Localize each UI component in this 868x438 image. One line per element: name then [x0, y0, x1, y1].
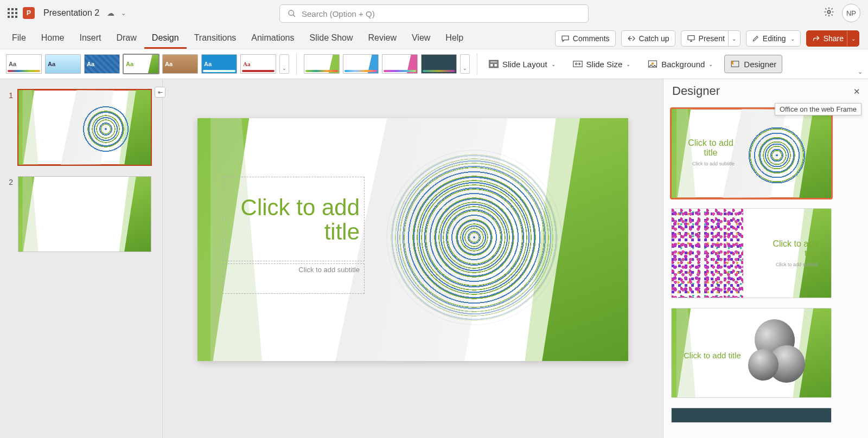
tab-animations[interactable]: Animations	[244, 33, 302, 49]
slide-size-button[interactable]: Slide Size ⌄	[567, 55, 637, 73]
design1-subtitle: Click to add subtitle	[692, 161, 735, 166]
title-dropdown-icon[interactable]: ⌄	[121, 10, 126, 17]
main-slide[interactable]: Click to add title Click to add subtitle	[197, 118, 628, 361]
theme-thumb-2[interactable]: Aa	[45, 54, 81, 74]
svg-point-2	[827, 10, 830, 13]
slide-layout-label: Slide Layout	[502, 60, 547, 69]
decorative-dot-sphere	[382, 145, 566, 330]
theme-thumb-5[interactable]: Aa	[162, 54, 198, 74]
svg-rect-3	[688, 36, 694, 40]
chevron-down-icon: ⌄	[790, 36, 795, 42]
user-avatar[interactable]: NP	[842, 4, 860, 22]
svg-line-1	[293, 15, 295, 17]
theme-thumb-3[interactable]: Aa	[84, 54, 120, 74]
chevron-down-icon: ⌄	[551, 61, 556, 67]
editing-label: Editing	[763, 34, 786, 43]
design-suggestion-2[interactable]: Click to add title Click to add subtitle	[671, 208, 832, 298]
designer-close-button[interactable]: ✕	[851, 85, 863, 99]
design-suggestion-1[interactable]: Click to add title Click to add subtitle	[671, 108, 832, 198]
background-label: Background	[661, 60, 705, 69]
slide-layout-button[interactable]: Slide Layout ⌄	[483, 55, 561, 73]
slide-thumbnail-2[interactable]	[18, 177, 151, 252]
theme-thumb-4-selected[interactable]: Aa	[123, 54, 159, 74]
pencil-icon	[752, 35, 760, 42]
thumbnail-row-2: 2	[5, 177, 157, 252]
tab-slideshow[interactable]: Slide Show	[302, 33, 360, 49]
theme-thumb-7[interactable]: Aa	[240, 54, 276, 74]
variant-thumb-1[interactable]	[304, 54, 340, 74]
slide-canvas-area[interactable]: Click to add title Click to add subtitle	[163, 79, 663, 438]
titlebar: P Presentation 2 ☁ ⌄ Search (Option + Q)…	[0, 0, 868, 26]
design-suggestion-4[interactable]	[671, 408, 832, 423]
designer-pane: Designer ✕ Office on the web Frame Click…	[663, 79, 868, 438]
designer-pane-title: Designer	[663, 79, 868, 103]
tab-help[interactable]: Help	[438, 33, 471, 49]
background-icon	[648, 60, 658, 68]
present-icon	[687, 34, 695, 43]
app-launcher-icon[interactable]	[8, 8, 17, 18]
separator	[296, 53, 297, 75]
separator	[477, 53, 477, 75]
variants-more-dropdown[interactable]: ⌄	[460, 54, 470, 74]
designer-button[interactable]: Designer	[724, 55, 782, 73]
grey-blobs-decoration	[748, 315, 815, 390]
tab-transitions[interactable]: Transitions	[187, 33, 244, 49]
designer-icon	[730, 60, 740, 68]
design2-subtitle: Click to add subtitle	[776, 262, 818, 267]
variant-thumb-3[interactable]	[382, 54, 418, 74]
workspace: ⇤ 1 2 Click to add title	[0, 79, 868, 438]
cloud-save-icon[interactable]: ☁	[107, 9, 114, 17]
title-placeholder-text: Click to add title	[227, 195, 360, 244]
present-button[interactable]: Present ⌄	[681, 30, 741, 47]
share-dropdown-icon[interactable]: ⌄	[847, 31, 859, 46]
slide-size-label: Slide Size	[586, 60, 623, 69]
tab-draw[interactable]: Draw	[108, 33, 144, 49]
tab-actions: Comments Catch up Present ⌄ Editing ⌄ Sh…	[555, 30, 864, 49]
slide-layout-icon	[489, 60, 499, 68]
present-dropdown-icon[interactable]: ⌄	[728, 31, 740, 46]
variant-thumb-2[interactable]	[343, 54, 379, 74]
share-button[interactable]: Share ⌄	[806, 30, 859, 47]
designer-tooltip: Office on the web Frame	[775, 103, 861, 115]
design2-title: Click to add title	[764, 239, 818, 259]
catchup-label: Catch up	[639, 34, 669, 43]
subtitle-placeholder[interactable]: Click to add subtitle	[222, 263, 365, 294]
theme-thumb-1[interactable]: Aa	[6, 54, 42, 74]
svg-rect-6	[490, 63, 493, 67]
design-suggestion-3[interactable]: Click to add title	[671, 308, 832, 398]
comments-label: Comments	[573, 34, 610, 43]
tab-design[interactable]: Design	[144, 33, 187, 49]
editing-mode-button[interactable]: Editing ⌄	[746, 30, 801, 47]
ribbon-overflow-icon[interactable]: ⌄	[858, 68, 863, 75]
title-placeholder[interactable]: Click to add title	[222, 177, 365, 261]
designer-suggestions-list[interactable]: Click to add title Click to add subtitle…	[663, 103, 868, 430]
search-input[interactable]: Search (Option + Q)	[279, 4, 589, 23]
tab-insert[interactable]: Insert	[72, 33, 108, 49]
theme-thumb-6[interactable]: Aa	[201, 54, 237, 74]
catchup-button[interactable]: Catch up	[621, 30, 675, 47]
settings-button[interactable]	[824, 7, 834, 20]
svg-rect-5	[490, 61, 497, 63]
powerpoint-logo-icon[interactable]: P	[23, 7, 35, 19]
tab-review[interactable]: Review	[361, 33, 404, 49]
comment-icon	[561, 34, 570, 43]
ribbon-tabs: File Home Insert Draw Design Transitions…	[0, 26, 868, 49]
variants-gallery: ⌄	[302, 51, 471, 76]
present-label: Present	[699, 34, 725, 43]
slide-number-1: 1	[5, 90, 13, 100]
document-title[interactable]: Presentation 2	[43, 8, 99, 18]
background-button[interactable]: Background ⌄	[642, 55, 719, 73]
variant-thumb-4[interactable]	[421, 54, 457, 74]
themes-more-dropdown[interactable]: ⌄	[279, 54, 289, 74]
search-placeholder: Search (Option + Q)	[302, 9, 375, 18]
tab-view[interactable]: View	[404, 33, 438, 49]
slide-size-icon	[573, 60, 583, 68]
share-icon	[812, 35, 820, 43]
comments-button[interactable]: Comments	[555, 30, 616, 47]
slide-thumbnails-pane[interactable]: ⇤ 1 2	[0, 79, 163, 438]
tab-home[interactable]: Home	[34, 33, 72, 49]
slide-thumbnail-1[interactable]	[18, 90, 151, 165]
gear-icon	[824, 7, 834, 17]
catchup-icon	[627, 34, 636, 43]
tab-file[interactable]: File	[4, 33, 34, 49]
